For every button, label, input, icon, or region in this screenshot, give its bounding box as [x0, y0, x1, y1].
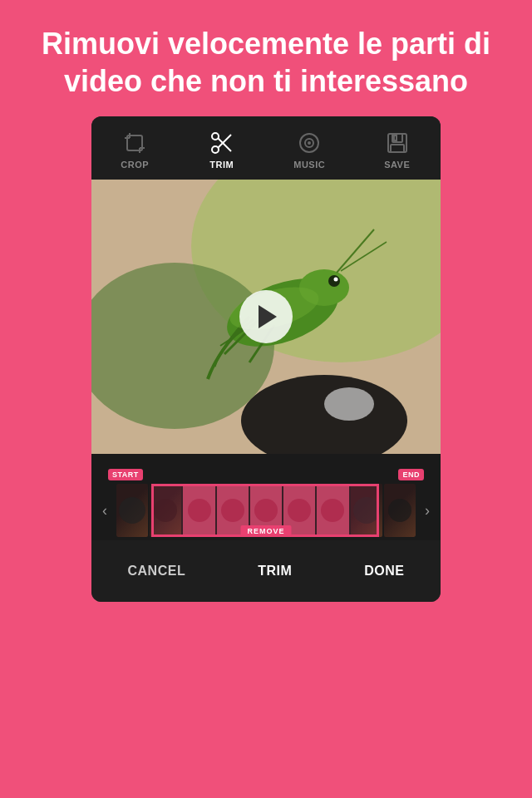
- toolbar-item-save[interactable]: SAVE: [369, 126, 426, 173]
- svg-point-5: [212, 146, 219, 153]
- music-label: MUSIC: [293, 160, 325, 170]
- header-title: Rimuovi velocemente le parti di video ch…: [0, 0, 532, 116]
- timeline-labels: START END: [91, 461, 441, 480]
- end-label: END: [398, 469, 424, 480]
- remove-label: REMOVE: [240, 525, 291, 537]
- music-icon: [294, 130, 324, 156]
- done-button[interactable]: DONE: [344, 557, 424, 585]
- svg-point-11: [308, 141, 311, 145]
- toolbar-item-music[interactable]: MUSIC: [280, 126, 338, 173]
- toolbar-item-trim[interactable]: TRIM: [194, 126, 250, 173]
- clip-thumb-7: [317, 484, 348, 537]
- play-icon: [259, 305, 277, 328]
- start-label: START: [108, 469, 143, 480]
- svg-point-6: [212, 133, 219, 140]
- clip-thumb-3: [183, 484, 214, 537]
- filmstrip-row: ‹: [91, 480, 441, 540]
- filmstrip-clips: REMOVE: [116, 484, 416, 537]
- app-container: CROP TRIM MUSIC: [91, 116, 441, 602]
- trim-button[interactable]: TRIM: [238, 557, 312, 585]
- bottom-actions: CANCEL TRIM DONE: [91, 540, 441, 602]
- scissors-icon: [207, 130, 237, 156]
- toolbar: CROP TRIM MUSIC: [91, 116, 441, 180]
- prev-arrow[interactable]: ‹: [95, 500, 115, 520]
- trim-label: TRIM: [209, 160, 234, 170]
- next-arrow[interactable]: ›: [417, 500, 437, 520]
- clip-thumb-2: [150, 484, 181, 537]
- crop-icon: [120, 130, 150, 156]
- clip-thumb-8: [351, 484, 382, 537]
- toolbar-item-crop[interactable]: CROP: [106, 126, 163, 173]
- video-area: [91, 180, 441, 454]
- timeline-area: START END ‹: [91, 454, 441, 540]
- svg-point-30: [324, 387, 374, 421]
- svg-point-22: [334, 278, 338, 282]
- clip-thumb-1: [116, 484, 148, 537]
- svg-point-21: [328, 275, 340, 287]
- crop-label: CROP: [121, 160, 149, 170]
- save-icon: [382, 130, 412, 156]
- svg-rect-15: [394, 135, 397, 140]
- save-label: SAVE: [384, 160, 410, 170]
- cancel-button[interactable]: CANCEL: [107, 557, 205, 585]
- play-button[interactable]: [239, 290, 293, 343]
- svg-rect-14: [391, 145, 404, 152]
- clip-thumb-9: [384, 484, 416, 537]
